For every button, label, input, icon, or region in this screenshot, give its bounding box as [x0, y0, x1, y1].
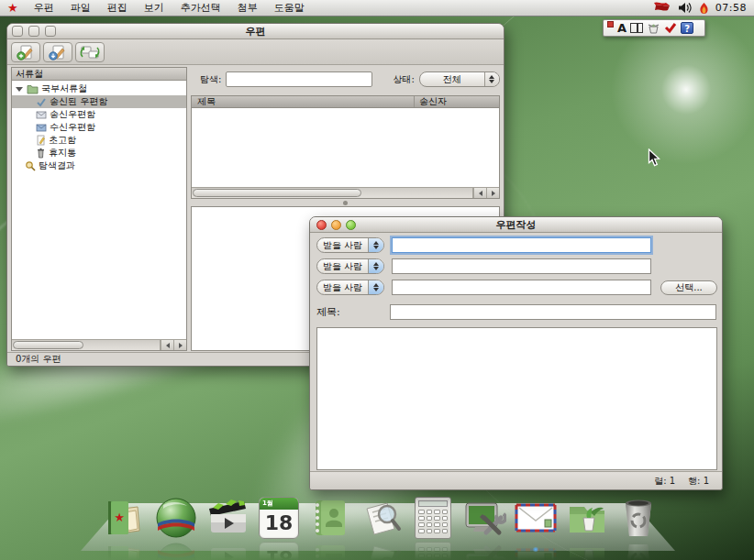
dock-trash-icon[interactable] — [616, 496, 660, 540]
dock-calendar-icon[interactable]: 1월 18 — [257, 496, 301, 540]
compose-reply-button[interactable] — [43, 42, 72, 62]
menu-mail[interactable]: 우편 — [26, 0, 62, 16]
column-subject[interactable]: 제목 — [192, 96, 415, 107]
compose-window-titlebar[interactable]: 우편작성 — [310, 217, 722, 233]
tree-item-drafts[interactable]: 초고함 — [12, 134, 186, 147]
menu-options[interactable]: 추가선택 — [172, 0, 229, 16]
layout-icon[interactable] — [630, 23, 643, 33]
scroll-thumb[interactable] — [193, 189, 361, 197]
dock-address-book-icon[interactable] — [308, 496, 352, 540]
tree-item-trash[interactable]: 휴지통 — [12, 147, 186, 159]
select-recipient-button[interactable]: 선택... — [660, 280, 717, 295]
tree-root-local-folders[interactable]: 국부서류철 — [12, 82, 186, 95]
message-list-hscrollbar[interactable] — [192, 187, 499, 198]
mail-window-titlebar[interactable]: 우편 — [7, 24, 504, 39]
recipient-type-dropdown[interactable]: 받을 사람 — [316, 237, 384, 253]
dock-calculator-icon[interactable] — [411, 496, 455, 540]
menu-help[interactable]: 도움말 — [266, 0, 313, 16]
dock-media-player-icon[interactable] — [205, 496, 249, 540]
message-list: 제목 송신자 — [191, 95, 500, 199]
compose-reply-icon — [48, 45, 68, 60]
recipient-input-3[interactable] — [392, 280, 651, 295]
outbox-icon — [36, 110, 47, 119]
subject-label: 제목: — [316, 305, 383, 319]
send-receive-button[interactable] — [75, 42, 105, 62]
disclosure-triangle-icon[interactable] — [16, 87, 23, 92]
window-close-button[interactable] — [12, 26, 23, 37]
dropdown-stepper-icon[interactable] — [484, 72, 499, 86]
menu-view[interactable]: 보기 — [136, 0, 172, 16]
red-star-icon[interactable]: ★ — [7, 0, 18, 16]
dropdown-stepper-icon[interactable] — [368, 280, 383, 294]
subject-input[interactable] — [390, 304, 716, 320]
svg-text:★: ★ — [114, 511, 125, 524]
scroll-left-button[interactable] — [473, 188, 486, 198]
dropdown-stepper-icon[interactable] — [368, 259, 383, 273]
volume-icon[interactable] — [678, 2, 693, 14]
scroll-right-button[interactable] — [486, 188, 499, 198]
flame-icon[interactable] — [699, 2, 709, 15]
check-tool-icon[interactable] — [664, 22, 677, 34]
column-sender[interactable]: 송신자 — [415, 96, 499, 107]
window-zoom-button[interactable] — [45, 26, 56, 37]
latin-mode-icon[interactable]: A — [617, 20, 626, 36]
compose-new-button[interactable] — [11, 42, 40, 62]
tree-item-outbox[interactable]: 송신우편함 — [12, 108, 186, 121]
scroll-thumb[interactable] — [13, 341, 83, 349]
tree-label: 송신된 우편함 — [50, 95, 107, 108]
dropdown-stepper-icon[interactable] — [368, 238, 383, 252]
folder-pane: 서류철 국부서류철 송신된 우편함 — [11, 67, 187, 351]
zoom-button[interactable] — [346, 220, 356, 230]
recipient-type-dropdown[interactable]: 받을 사람 — [316, 258, 384, 274]
tree-item-received-mailbox[interactable]: 송신된 우편함 — [12, 95, 186, 108]
send-receive-icon — [79, 44, 101, 60]
inbox-icon — [36, 123, 47, 132]
folder-pane-hscrollbar[interactable] — [12, 339, 186, 350]
menu-attach[interactable]: 첨부 — [229, 0, 266, 16]
menu-edit[interactable]: 편집 — [99, 0, 136, 16]
status-filter-label: 상태: — [393, 73, 414, 86]
ink-cup-icon[interactable] — [647, 22, 660, 35]
recipient-row-2: 받을 사람 — [316, 258, 651, 274]
clock: 07:58 — [715, 2, 747, 14]
message-list-header: 제목 송신자 — [192, 96, 499, 108]
search-input[interactable] — [226, 71, 372, 87]
drafts-icon — [36, 135, 46, 146]
flag-icon[interactable] — [653, 2, 671, 14]
message-list-body[interactable] — [192, 108, 499, 187]
pane-splitter[interactable] — [191, 199, 500, 206]
scroll-right-button[interactable] — [173, 340, 186, 350]
recipient-type-dropdown[interactable]: 받을 사람 — [316, 280, 384, 295]
dock-stationery-icon[interactable] — [565, 496, 609, 540]
mouse-cursor — [648, 148, 660, 167]
palette-close-icon[interactable] — [607, 21, 614, 27]
recipient-row-3: 받을 사람 선택... — [316, 280, 717, 295]
recipient-type-label: 받을 사람 — [317, 239, 368, 252]
search-icon — [25, 160, 36, 171]
dock: ★ — [103, 496, 660, 540]
close-button[interactable] — [316, 220, 327, 230]
cursor-line-indicator: 행: 1 — [688, 475, 709, 488]
tree-item-search-results[interactable]: 탐색결과 — [12, 159, 186, 172]
tree-item-inbox[interactable]: 수신우편함 — [12, 121, 186, 134]
dock-system-tools-icon[interactable] — [462, 496, 506, 540]
minimize-button[interactable] — [331, 220, 341, 230]
tree-label: 수신우편함 — [50, 121, 95, 134]
recipient-input-2[interactable] — [392, 258, 651, 274]
recipient-input-1[interactable] — [392, 237, 651, 253]
dock-mail-icon[interactable] — [514, 496, 558, 540]
window-minimize-button[interactable] — [28, 26, 39, 37]
dock-file-search-icon[interactable] — [360, 496, 404, 540]
dock-file-manager-icon[interactable]: ★ — [103, 496, 147, 540]
menu-file[interactable]: 파일 — [62, 0, 99, 16]
folder-icon — [27, 84, 39, 94]
scroll-left-button[interactable] — [161, 340, 173, 350]
help-icon[interactable]: ? — [681, 22, 693, 34]
status-filter-dropdown[interactable]: 전체 — [419, 71, 500, 87]
dock-web-browser-icon[interactable] — [154, 496, 198, 540]
subject-row: 제목: — [316, 304, 716, 320]
mail-toolbar — [7, 39, 504, 65]
tree-label: 휴지통 — [49, 147, 76, 159]
message-body-input[interactable] — [316, 327, 717, 470]
status-filter-value: 전체 — [420, 73, 484, 86]
